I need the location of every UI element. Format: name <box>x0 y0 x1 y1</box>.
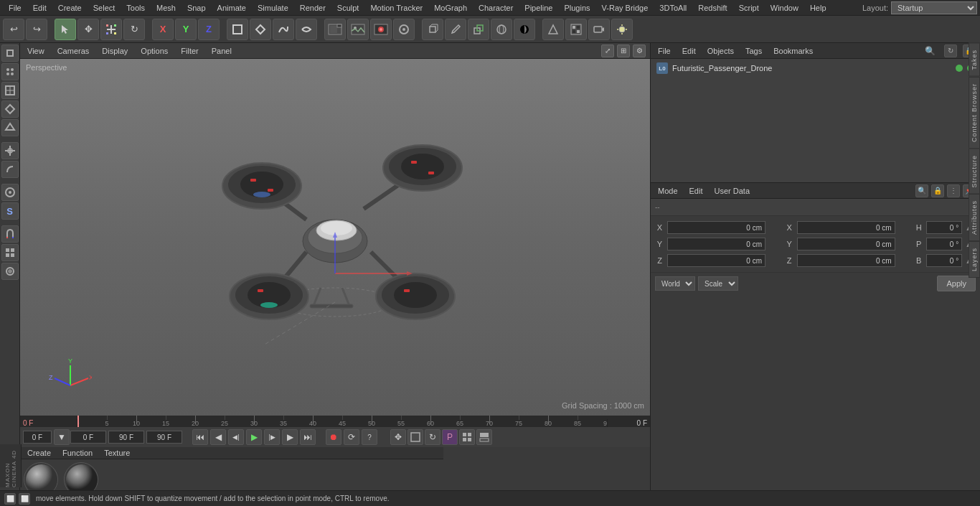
drone-object[interactable] <box>20 59 650 416</box>
field-button[interactable] <box>491 19 512 40</box>
playback-start-field[interactable] <box>23 431 52 444</box>
coord-y-size[interactable] <box>797 238 895 250</box>
material-button[interactable] <box>514 19 535 40</box>
coord-world-dropdown[interactable]: World <box>655 276 695 291</box>
spline-button[interactable] <box>273 19 294 40</box>
undo-button[interactable]: ↩ <box>3 19 24 40</box>
attr-menu-mode[interactable]: Mode <box>655 185 681 197</box>
sidebar-bend-btn[interactable] <box>1 161 19 178</box>
menu-sculpt[interactable]: Sculpt <box>331 2 365 14</box>
sidebar-mode-btn-0[interactable] <box>1 44 19 62</box>
menu-mesh[interactable]: Mesh <box>151 2 182 14</box>
apply-button[interactable]: Apply <box>937 276 976 291</box>
playback-end-field[interactable] <box>108 431 144 444</box>
menu-create[interactable]: Create <box>52 2 88 14</box>
menu-script[interactable]: Script <box>733 2 765 14</box>
render-settings-button[interactable] <box>393 19 415 40</box>
coord-y-pos[interactable] <box>667 238 765 250</box>
coord-x-size[interactable] <box>797 221 895 234</box>
redo-button[interactable]: ↪ <box>26 19 47 40</box>
mat-menu-function[interactable]: Function <box>60 447 95 459</box>
attr-menu-userdata[interactable]: User Data <box>712 185 753 197</box>
shading2-button[interactable] <box>565 19 587 40</box>
sidebar-mode-btn-4[interactable] <box>1 119 19 136</box>
menu-snap[interactable]: Snap <box>182 2 212 14</box>
playback-last-button[interactable]: ⏭ <box>300 429 316 445</box>
sidebar-paint-btn[interactable] <box>1 263 19 280</box>
vp-menu-view[interactable]: View <box>24 45 47 57</box>
tab-structure[interactable]: Structure <box>969 149 980 195</box>
om-search-icon[interactable]: 🔍 <box>925 46 936 56</box>
render-region-button[interactable] <box>324 19 346 40</box>
menu-simulate[interactable]: Simulate <box>252 2 294 14</box>
playback-current-frame[interactable] <box>70 431 106 444</box>
vp-menu-options[interactable]: Options <box>138 45 171 57</box>
polygon-button[interactable] <box>250 19 271 40</box>
viewport[interactable]: Perspective Grid Spacing : 1000 cm X Y <box>20 59 650 416</box>
attr-menu-edit[interactable]: Edit <box>687 185 706 197</box>
object-row-drone[interactable]: L0 Futuristic_Passenger_Drone <box>652 60 979 76</box>
extra-btn-0[interactable]: ✥ <box>390 429 406 445</box>
sidebar-mode-btn-1[interactable] <box>1 63 19 80</box>
select-tool-button[interactable] <box>55 19 76 40</box>
playback-prev-button[interactable]: ◀ <box>210 429 226 445</box>
menu-motion-tracker[interactable]: Motion Tracker <box>364 2 428 14</box>
menu-render[interactable]: Render <box>294 2 331 14</box>
menu-mograph[interactable]: MoGraph <box>428 2 473 14</box>
extra-btn-1[interactable] <box>407 429 423 445</box>
om-refresh-icon[interactable]: ↻ <box>944 44 957 57</box>
rotate-tool-button[interactable]: ↻ <box>123 19 145 40</box>
vp-menu-display[interactable]: Display <box>99 45 131 57</box>
menu-edit[interactable]: Edit <box>27 2 52 14</box>
ruler-inner[interactable]: 051015202530354045505560657075808590 <box>77 416 607 427</box>
om-menu-objects[interactable]: Objects <box>705 45 737 57</box>
deformer-button[interactable] <box>296 19 317 40</box>
status-icon-0[interactable]: ⬜ <box>4 493 16 505</box>
playback-prev-frame-button[interactable]: ◀| <box>228 429 244 445</box>
coord-b-rot[interactable] <box>926 254 962 267</box>
extra-btn-4[interactable] <box>459 429 475 445</box>
tab-content-browser[interactable]: Content Browser <box>969 77 980 149</box>
sidebar-grid-btn[interactable] <box>1 244 19 261</box>
om-menu-file[interactable]: File <box>655 45 674 57</box>
playback-next-frame-button[interactable]: |▶ <box>264 429 280 445</box>
sidebar-brush-btn[interactable] <box>1 184 19 201</box>
axis-y-button[interactable]: Y <box>175 19 197 40</box>
tab-attributes[interactable]: Attributes <box>969 194 980 241</box>
axis-z-button[interactable]: Z <box>198 19 220 40</box>
coord-scale-dropdown[interactable]: Scale <box>698 276 738 291</box>
render-picture-button[interactable] <box>347 19 369 40</box>
sidebar-snap-btn[interactable] <box>1 142 19 159</box>
vp-icon-expand[interactable]: ⊞ <box>617 44 630 57</box>
extra-btn-2[interactable]: ↻ <box>425 429 440 445</box>
extrude-button[interactable] <box>468 19 489 40</box>
extra-btn-5[interactable] <box>476 429 492 445</box>
coord-x-pos[interactable] <box>667 221 765 234</box>
sidebar-s-btn[interactable]: S <box>1 202 19 220</box>
attr-dots-icon[interactable]: ⋮ <box>947 184 960 197</box>
menu-animate[interactable]: Animate <box>212 2 252 14</box>
coord-p-rot[interactable] <box>926 238 962 250</box>
shading1-button[interactable] <box>542 19 564 40</box>
attr-lock2-icon[interactable]: 🔒 <box>931 184 944 197</box>
menu-window[interactable]: Window <box>765 2 804 14</box>
playback-first-button[interactable]: ⏮ <box>192 429 208 445</box>
render-interactive-button[interactable] <box>370 19 392 40</box>
menu-redshift[interactable]: Redshift <box>692 2 732 14</box>
camera-button[interactable] <box>588 19 610 40</box>
menu-vray[interactable]: V-Ray Bridge <box>596 2 654 14</box>
menu-plugins[interactable]: Plugins <box>558 2 595 14</box>
tab-layers[interactable]: Layers <box>969 241 980 278</box>
mat-menu-create[interactable]: Create <box>24 447 54 459</box>
menu-character[interactable]: Character <box>473 2 519 14</box>
playback-record-button[interactable]: ⏺ <box>326 429 341 445</box>
om-menu-edit[interactable]: Edit <box>679 45 699 57</box>
sidebar-magnet-btn[interactable] <box>1 225 19 243</box>
coord-z-size[interactable] <box>797 254 895 267</box>
object-visible-dot[interactable] <box>956 65 963 72</box>
om-menu-tags[interactable]: Tags <box>743 45 765 57</box>
vp-menu-panel[interactable]: Panel <box>209 45 235 57</box>
null-object-button[interactable] <box>227 19 248 40</box>
playback-play-button[interactable]: ▶ <box>246 429 262 445</box>
menu-tools[interactable]: Tools <box>121 2 151 14</box>
